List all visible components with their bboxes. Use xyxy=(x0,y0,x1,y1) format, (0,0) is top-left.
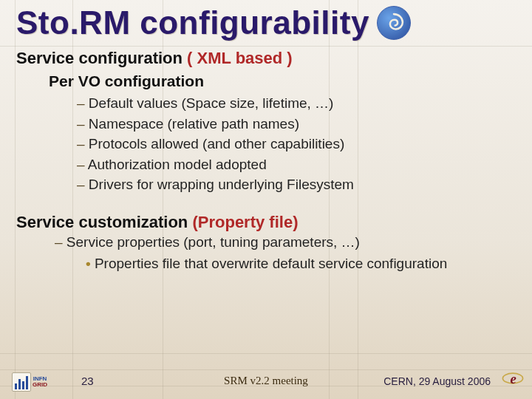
meeting-name: SRM v2.2 meeting xyxy=(224,375,308,387)
spiral-logo-icon xyxy=(377,6,411,40)
list-item: Protocols allowed (and other capabilitie… xyxy=(77,134,519,154)
list-item: Properties file that overwrite default s… xyxy=(86,253,519,274)
section1-list: Default values (Space size, lifetime, …)… xyxy=(77,93,519,195)
svg-text:e: e xyxy=(511,371,516,386)
list-item: Drivers for wrapping underlying Filesyst… xyxy=(77,174,519,195)
section2-sublist: Properties file that overwrite default s… xyxy=(86,253,519,274)
footer: INFN GRID 23 SRM v2.2 meeting CERN, 29 A… xyxy=(0,365,532,395)
section1-paren: ( XML based ) xyxy=(187,49,293,67)
list-item: Authorization model adopted xyxy=(77,154,519,175)
section1-subheading: Per VO configuration xyxy=(49,72,519,90)
infn-logo-icon xyxy=(12,372,31,392)
list-item: Service properties (port, tuning paramet… xyxy=(55,232,519,253)
slide-content: Sto.RM configurability Service configura… xyxy=(0,0,532,274)
venue-date: CERN, 29 August 2006 xyxy=(383,375,491,387)
section2-list: Service properties (port, tuning paramet… xyxy=(55,232,519,253)
slide-title: Sto.RM configurability xyxy=(16,4,369,41)
section2-paren: (Property file) xyxy=(192,213,298,231)
section1-heading-text: Service configuration xyxy=(16,49,183,67)
e-science-logo-icon: e xyxy=(499,365,526,392)
list-item: Default values (Space size, lifetime, …) xyxy=(77,93,519,114)
section1-heading: Service configuration ( XML based ) xyxy=(16,49,519,68)
section2-heading-text: Service customization xyxy=(16,213,188,231)
grid-label: GRID xyxy=(33,382,47,388)
section2-heading: Service customization (Property file) xyxy=(16,213,519,232)
infn-logo: INFN GRID xyxy=(12,372,47,392)
page-number: 23 xyxy=(81,375,94,387)
list-item: Namespace (relative path names) xyxy=(77,114,519,134)
infn-logo-text: INFN GRID xyxy=(33,376,47,388)
